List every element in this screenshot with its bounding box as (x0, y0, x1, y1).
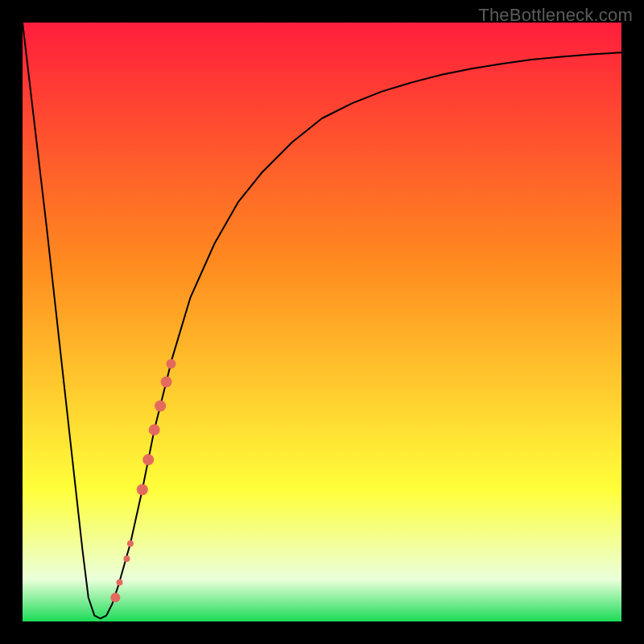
highlight-dot (155, 400, 166, 411)
plot-background (23, 23, 621, 621)
highlight-dot (110, 592, 120, 602)
highlight-dot (161, 376, 172, 387)
watermark-text: TheBottleneck.com (478, 5, 633, 26)
highlight-dot (117, 580, 123, 586)
highlight-dot (124, 555, 130, 562)
highlight-dot (167, 359, 176, 369)
highlight-dot (149, 424, 160, 436)
chart-frame: { "watermark": "TheBottleneck.com", "col… (0, 0, 644, 644)
highlight-dot (142, 454, 154, 465)
bottleneck-chart (0, 0, 644, 644)
highlight-dot (137, 484, 148, 495)
highlight-dot (127, 540, 134, 547)
